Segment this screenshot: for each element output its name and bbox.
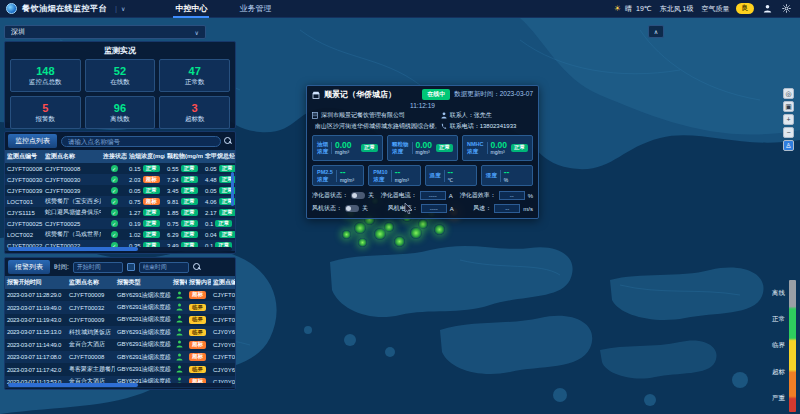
status-badge: 正常 [181, 209, 198, 217]
smoke-cell: 1.02 正常 [127, 231, 165, 239]
status-badge: 超标 [143, 176, 160, 184]
stat-box[interactable]: 148 监控点总数 [10, 59, 81, 92]
table-row[interactable]: 2023-03-07 11:19:43.0 CJYFT00009 GBY6291… [5, 314, 236, 326]
nmhc-value: 0.1 [205, 221, 213, 227]
metric-value: 0.00 [416, 141, 433, 150]
col-header: 监测点编号 [211, 278, 236, 287]
device-toggle[interactable] [345, 205, 359, 212]
monitor-search-input[interactable] [61, 136, 221, 147]
collapse-top-button[interactable]: ∧ [648, 25, 664, 38]
point-id: CJYFT00008 [5, 166, 43, 172]
weather-condition: 晴 [625, 4, 632, 14]
stat-box[interactable]: 47 正常数 [159, 59, 230, 92]
locate-button[interactable]: ◎ [783, 88, 794, 99]
online-status-badge: 在线中 [422, 89, 450, 100]
status-badge: 正常 [511, 144, 528, 152]
metric-label: NMHC [467, 141, 484, 148]
header-right: ☀ 晴 19℃ 东北风 1级 空气质量 良 [614, 3, 800, 14]
table-row[interactable]: 2023-03-07 11:15:13.0 科技城鸡煲饭店 GBY6291油烟浓… [5, 326, 236, 338]
alarm-time: 2023-03-07 11:28:29.0 [5, 292, 67, 298]
dust-cell: 7.24 正常 [165, 176, 203, 184]
dust-value: 0.55 [167, 166, 179, 172]
search-icon[interactable] [193, 263, 201, 271]
chevron-down-icon[interactable]: ∨ [121, 5, 125, 12]
status-badge: 正常 [181, 176, 198, 184]
table-row[interactable]: CJYFT00025 CJYFT00025 ✓ 0.19 正常 0.75 正常 … [5, 218, 236, 229]
tab-business-management[interactable]: 业务管理 [237, 0, 273, 18]
legend-label: 正常 [772, 315, 785, 324]
metric-box: 温度 -- ℃ [425, 165, 477, 186]
alarm-confirm-cell[interactable] [171, 291, 187, 300]
device-control-row: 风机状态： 关 风机电流： ---- A 风速： -- m/s [312, 204, 533, 213]
horizontal-scrollbar[interactable] [8, 247, 232, 251]
status-badge: 正常 [143, 231, 160, 239]
stat-box[interactable]: 96 离线数 [85, 96, 156, 129]
status-badge: 正常 [181, 198, 198, 206]
stat-box[interactable]: 52 在线数 [85, 59, 156, 92]
layers-button[interactable]: ▣ [783, 101, 794, 112]
monitor-table-tab[interactable]: 监控点列表 [8, 134, 57, 148]
start-time-input[interactable] [73, 262, 123, 273]
user-icon[interactable] [762, 3, 773, 14]
horizontal-scrollbar[interactable] [8, 383, 232, 387]
alarm-type: GBY6291油烟浓度超标报警 [115, 365, 171, 374]
calendar-icon[interactable] [127, 263, 135, 271]
table-row[interactable]: 2023-03-07 11:17:08.0 CJYFT00008 GBY6291… [5, 351, 236, 363]
table-row[interactable]: CJYS1115 蛇口避风塘健身俱乐中心 ✓ 1.27 正常 1.85 正常 2… [5, 207, 236, 218]
status-badge: 正常 [181, 165, 198, 173]
alarm-time: 2023-03-07 11:17:42.0 [5, 367, 67, 373]
table-row[interactable]: LOCT002 槟赞餐厅（马戏世界广场店） ✓ 1.02 正常 6.29 正常 … [5, 229, 236, 240]
tab-control-center[interactable]: 中控中心 [173, 0, 209, 18]
table-row[interactable]: CJYFT00008 CJYFT00008 ✓ 0.15 正常 0.55 正常 … [5, 163, 236, 174]
street-view-button[interactable]: ♙ [783, 140, 794, 151]
table-row[interactable]: 2023-03-07 11:28:29.0 CJYFT00009 GBY6291… [5, 289, 236, 301]
alarm-confirm-cell[interactable] [171, 365, 187, 374]
alarm-point-id: CJY0Y023 [211, 342, 236, 348]
table-row[interactable]: LOCT001 槟赞餐厅（宝安西乡店） ✓ 0.75 超标 9.81 正常 4.… [5, 196, 236, 207]
alarm-level-badge: 临界 [189, 329, 206, 337]
connection-status: ✓ [101, 198, 127, 205]
alarm-level-badge: 超标 [189, 291, 206, 299]
point-name: 槟赞餐厅（马戏世界广场店） [43, 230, 101, 239]
table-row[interactable]: 2023-03-07 11:14:49.0 金百合大酒店 GBY6291油烟浓度… [5, 339, 236, 351]
alarm-confirm-cell[interactable] [171, 315, 187, 324]
zoom-out-button[interactable]: − [783, 127, 794, 138]
alarm-table-tab[interactable]: 报警列表 [8, 260, 50, 274]
end-time-input[interactable] [139, 262, 189, 273]
smoke-value: 0.75 [129, 199, 141, 205]
connection-status: ✓ [101, 165, 127, 172]
table-row[interactable]: 2023-03-07 11:19:49.0 CJYFT00032 GBY6291… [5, 301, 236, 313]
dust-cell: 0.75 正常 [165, 220, 203, 228]
dust-cell: 9.81 正常 [165, 198, 203, 206]
confirm-person-icon [176, 340, 183, 348]
point-id: LOCT002 [5, 232, 43, 238]
nmhc-cell: 0.1 正常 [203, 220, 236, 228]
metrics-row-2: PM2.5浓度 -- mg/m³ PM10浓度 -- mg/m³ 温度 - [312, 165, 533, 186]
device-state-label: 风机状态： [312, 204, 342, 213]
device-toggle[interactable] [351, 192, 365, 199]
alarm-confirm-cell[interactable] [171, 328, 187, 337]
alarm-confirm-cell[interactable] [171, 353, 187, 362]
update-time-label: 数据更新时间：2023-03-07 [454, 90, 533, 99]
weather-temp: 19℃ [636, 5, 652, 13]
alarm-content-cell: 超标 [187, 291, 211, 299]
search-icon[interactable] [224, 137, 232, 145]
current-value: ---- [421, 204, 447, 213]
legend-label: 离线 [772, 289, 785, 298]
gear-icon[interactable] [781, 3, 792, 14]
metric-box: 油烟浓度 0.00 mg/m³ 正常 [312, 135, 383, 161]
alarm-confirm-cell[interactable] [171, 340, 187, 349]
alarm-point-id: CJYFT00008 [211, 354, 236, 360]
alarm-confirm-cell[interactable] [171, 303, 187, 312]
zoom-in-button[interactable]: + [783, 114, 794, 125]
col-header: 监测点编号 [5, 152, 43, 161]
stat-box[interactable]: 3 超标数 [159, 96, 230, 129]
vertical-scrollbar[interactable] [231, 172, 234, 206]
wind-label: 东北风 1级 [660, 4, 694, 14]
region-select[interactable]: 深圳 ∨ [4, 25, 206, 39]
table-row[interactable]: 2023-03-07 11:17:42.0 粤客聚家主题餐厅 GBY6291油烟… [5, 363, 236, 375]
stat-box[interactable]: 5 报警数 [10, 96, 81, 129]
table-row[interactable]: CJYFT00030 CJYFT00030 ✓ 2.03 超标 7.24 正常 … [5, 174, 236, 185]
alarm-content-cell: 超标 [187, 341, 211, 349]
table-row[interactable]: CJYFT00039 CJYFT00039 ✓ 0.05 正常 3.45 正常 … [5, 185, 236, 196]
